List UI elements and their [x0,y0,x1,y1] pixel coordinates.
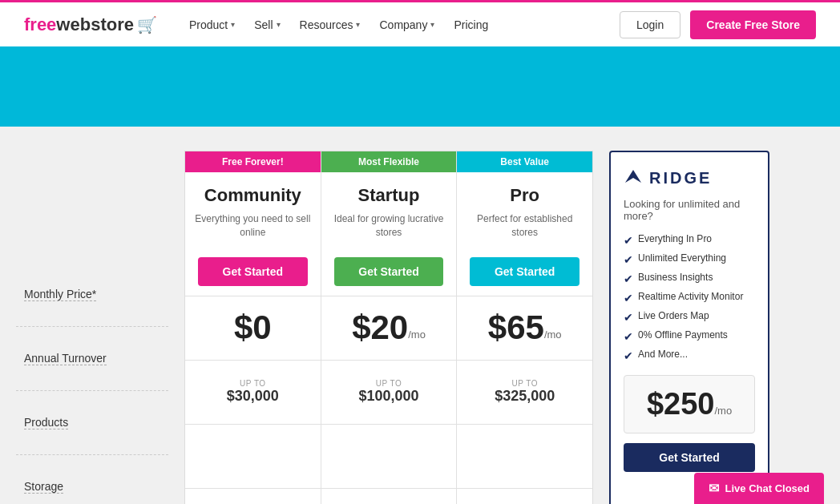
create-store-button[interactable]: Create Free Store [690,10,816,39]
startup-annual-cell: UP TO $100,000 [321,360,457,424]
pro-price: $65 [488,308,544,347]
brand-name: freewebstore [24,14,134,35]
community-price: $0 [234,308,272,347]
plan-community-btn-wrap: Get Started [185,248,321,296]
community-storage-cell [185,488,321,504]
plan-startup-header: Startup Ideal for growing lucrative stor… [321,172,457,248]
plan-startup-desc: Ideal for growing lucrative stores [331,212,447,240]
startup-get-started-button[interactable]: Get Started [334,257,444,286]
startup-annual-label: UP TO [376,379,402,388]
plan-pro-desc: Perfect for established stores [466,212,583,240]
ridge-feature-item: ✔Business Insights [624,272,755,285]
navbar: freewebstore 🛒 Product ▾ Sell ▾ Resource… [0,0,840,46]
ridge-subtitle: Looking for unlimited and more? [624,198,755,222]
checkmark-icon: ✔ [624,292,633,304]
ridge-feature-item: ✔Live Orders Map [624,310,755,324]
chevron-down-icon: ▾ [356,20,360,29]
pro-annual-value: $325,000 [495,388,555,405]
community-price-cell: $0 [185,296,321,360]
community-products-cell [185,424,321,488]
plan-pro-badge: Best Value [457,151,592,172]
main-content: Monthly Price* Annual Turnover Products … [0,127,840,504]
plan-pro-name: Pro [466,185,583,206]
community-annual-cell: UP TO $30,000 [185,360,321,424]
plan-startup-name: Startup [331,185,447,206]
hero-banner [0,46,840,127]
label-annual-turnover: Annual Turnover [16,327,168,391]
ridge-feature-item: ✔Unlimited Everything [624,252,755,266]
community-annual-label: UP TO [240,379,266,388]
cart-icon: 🛒 [137,15,157,34]
checkmark-icon: ✔ [624,330,633,343]
plan-pro: Best Value Pro Perfect for established s… [457,151,592,504]
chevron-down-icon: ▾ [430,20,434,29]
nav-sell[interactable]: Sell ▾ [254,18,280,31]
chat-icon: ✉ [709,481,719,496]
pro-get-started-button[interactable]: Get Started [470,257,580,286]
label-storage: Storage [16,455,168,504]
chevron-down-icon: ▾ [277,20,281,29]
ridge-feature-item: ✔Realtime Activity Monitor [624,291,755,304]
checkmark-icon: ✔ [624,272,633,285]
nav-company[interactable]: Company ▾ [379,18,434,31]
pro-annual-cell: UP TO $325,000 [457,360,592,424]
pro-annual-label: UP TO [511,379,538,388]
plan-pro-btn-wrap: Get Started [457,248,592,296]
plan-community-name: Community [195,185,311,206]
ridge-feature-item: ✔And More... [624,349,755,362]
labels-column: Monthly Price* Annual Turnover Products … [16,151,168,504]
community-get-started-button[interactable]: Get Started [198,257,308,286]
ridge-price-box: $250/mo [624,375,755,433]
pro-price-mo: /mo [544,329,562,341]
plan-community: Free Forever! Community Everything you n… [185,151,321,504]
startup-annual-value: $100,000 [358,388,418,405]
checkmark-icon: ✔ [624,253,633,266]
ridge-price-mo: /mo [714,405,732,417]
nav-resources[interactable]: Resources ▾ [300,18,361,31]
label-monthly-price: Monthly Price* [16,263,168,327]
ridge-feature-item: ✔Everything In Pro [624,233,755,247]
ridge-get-started-button[interactable]: Get Started [624,443,755,472]
logo: freewebstore 🛒 [24,14,157,35]
ridge-feature-item: ✔0% Offline Payments [624,329,755,343]
plan-community-badge: Free Forever! [185,151,321,172]
startup-products-cell [321,424,457,488]
plan-startup-btn-wrap: Get Started [321,248,457,296]
label-products: Products [16,391,168,455]
ridge-features: ✔Everything In Pro✔Unlimited Everything✔… [624,233,755,362]
checkmark-icon: ✔ [624,311,633,324]
pro-storage-cell: Unlimited [457,488,592,504]
plan-pro-header: Pro Perfect for established stores [457,172,592,248]
startup-price-mo: /mo [408,329,426,341]
pricing-table: Free Forever! Community Everything you n… [184,151,593,504]
ridge-price: $250 [647,387,715,421]
nav-actions: Login Create Free Store [620,10,816,39]
plan-community-desc: Everything you need to sell online [195,212,311,240]
nav-links: Product ▾ Sell ▾ Resources ▾ Company ▾ P… [189,18,620,31]
ridge-title: RIDGE [649,169,712,187]
checkmark-icon: ✔ [624,349,633,362]
ridge-panel: RIDGE Looking for unlimited and more? ✔E… [609,151,769,504]
checkmark-icon: ✔ [624,234,633,247]
plan-startup-badge: Most Flexible [321,151,457,172]
pro-products-cell [457,424,592,488]
plan-community-header: Community Everything you need to sell on… [185,172,321,248]
login-button[interactable]: Login [620,11,680,38]
nav-pricing[interactable]: Pricing [454,18,488,31]
ridge-logo-icon [624,168,643,188]
ridge-header: RIDGE [624,168,755,188]
startup-storage-cell: Unlimited [321,488,457,504]
chevron-down-icon: ▾ [231,20,235,29]
live-chat-button[interactable]: ✉ Live Chat Closed [694,473,824,504]
live-chat-label: Live Chat Closed [725,482,810,494]
nav-product[interactable]: Product ▾ [189,18,235,31]
pro-price-cell: $65 /mo [457,296,592,360]
plan-startup: Most Flexible Startup Ideal for growing … [321,151,458,504]
community-annual-value: $30,000 [227,388,279,405]
startup-price-cell: $20 /mo [321,296,457,360]
startup-price: $20 [352,308,408,347]
